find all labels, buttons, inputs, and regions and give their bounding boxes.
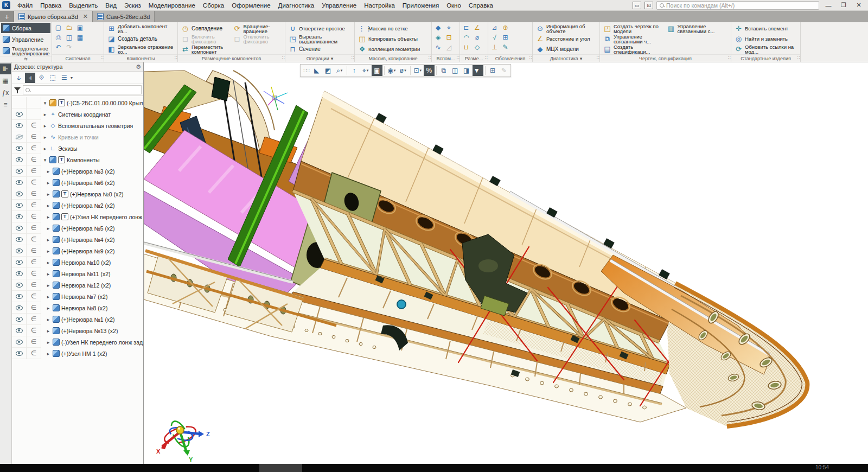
- eye-visible-icon[interactable]: [16, 214, 23, 219]
- main-menu-icon[interactable]: ≡: [0, 99, 11, 110]
- ribbon-button[interactable]: ◆МЦХ модели: [535, 44, 597, 54]
- section-view-icon[interactable]: ⊞: [487, 65, 498, 76]
- eye-visible-icon[interactable]: [16, 305, 23, 310]
- tree-row[interactable]: ∈▾ТКомпоненты: [12, 154, 143, 165]
- expander-icon[interactable]: ▾: [42, 157, 48, 163]
- eye-visible-icon[interactable]: [16, 317, 23, 322]
- ribbon-section-label[interactable]: Системная∷: [52, 54, 104, 62]
- aux-spline-icon[interactable]: ◿: [445, 43, 453, 51]
- note-axis-icon[interactable]: ✎: [501, 43, 509, 51]
- expander-icon[interactable]: ▸: [46, 317, 51, 322]
- document-tab-2[interactable]: Сам-5-26ис.a3d: [93, 11, 155, 22]
- preview-icon[interactable]: ◫: [65, 33, 73, 41]
- ribbon-button[interactable]: ◎Найти и заменить: [733, 34, 798, 44]
- ribbon-section-label[interactable]: Компоненты∷: [104, 54, 177, 62]
- expander-icon[interactable]: ▸: [46, 260, 51, 265]
- eye-visible-icon[interactable]: [16, 328, 23, 333]
- module-1[interactable]: Сборка: [1, 23, 50, 33]
- ribbon-section-label[interactable]: Разме...∷: [460, 54, 488, 62]
- save-all-icon[interactable]: ▦: [76, 33, 84, 41]
- ribbon-section-label[interactable]: Диагностика ▾∷: [533, 54, 599, 62]
- zoom-icon[interactable]: ⌕▾: [334, 65, 345, 76]
- tree-row[interactable]: ∈▸(+)Нервюра №5 (x2): [12, 222, 143, 234]
- dim-linear-icon[interactable]: ⊏: [462, 23, 470, 31]
- ribbon-button[interactable]: ▥Управление связанными с...: [666, 23, 729, 34]
- ribbon-section-label[interactable]: Чертеж, спецификация∷: [600, 54, 731, 62]
- aux-curve-icon[interactable]: ∿: [434, 43, 442, 51]
- ribbon-button[interactable]: ❖Коллекция геометрии: [357, 44, 421, 54]
- dim-chain-icon[interactable]: ◇: [473, 43, 481, 51]
- tree-row[interactable]: ∈▸∟Эскизы: [12, 143, 143, 154]
- aux-axis-icon[interactable]: ⌖: [445, 23, 453, 31]
- minimize-button[interactable]: —: [822, 2, 834, 9]
- screen-mode-icon[interactable]: ⊡: [644, 2, 653, 9]
- expander-icon[interactable]: ▸: [46, 271, 51, 277]
- menu-6[interactable]: Моделирование: [145, 1, 199, 10]
- ribbon-button[interactable]: ⊙Информация об объекте: [535, 23, 597, 34]
- expander-icon[interactable]: ▸: [46, 328, 51, 334]
- menu-2[interactable]: Правка: [36, 1, 65, 10]
- menu-9[interactable]: Диагностика: [275, 1, 318, 10]
- ribbon-button[interactable]: ◫Копировать объекты: [357, 34, 421, 44]
- tree-row[interactable]: ∈▸(+)Нервюра №2 (x2): [12, 200, 143, 211]
- menu-8[interactable]: Оформление: [228, 1, 274, 10]
- filter-funnel-icon[interactable]: [14, 86, 21, 94]
- eye-hidden-icon[interactable]: [16, 135, 23, 139]
- tree-view-1-icon[interactable]: ⫝: [14, 73, 24, 83]
- save-icon[interactable]: ▣: [76, 23, 84, 31]
- menu-1[interactable]: Файл: [14, 1, 36, 10]
- tree-row[interactable]: ∈▸(+)Нервюра №4 (x2): [12, 234, 143, 245]
- scene-settings-icon[interactable]: ◨: [461, 65, 472, 76]
- ribbon-section-label[interactable]: Обозначения∷: [488, 54, 532, 62]
- eye-visible-icon[interactable]: [16, 192, 23, 196]
- tree-row[interactable]: ▸⌖Системы координат: [12, 109, 143, 120]
- ghost-icon[interactable]: ⬚: [48, 73, 58, 83]
- command-search-input[interactable]: Поиск по командам (Alt+/): [656, 1, 819, 10]
- open-folder-icon[interactable]: 🗀: [65, 23, 73, 31]
- menu-3[interactable]: Выделить: [65, 1, 101, 10]
- ribbon-section-label[interactable]: Размещение компонентов∷: [178, 54, 285, 62]
- ribbon-button[interactable]: ✛Вставить элемент: [733, 23, 798, 34]
- expander-icon[interactable]: ▸: [46, 294, 51, 299]
- aux-point-icon[interactable]: ⊡: [445, 33, 453, 41]
- eye-visible-icon[interactable]: [16, 169, 23, 174]
- ribbon-button[interactable]: ⧉Управление связанными ч...: [602, 34, 665, 44]
- eye-visible-icon[interactable]: [16, 271, 23, 276]
- ribbon-button[interactable]: ⊞Добавить компонент из...: [106, 23, 175, 34]
- tree-search-input[interactable]: [23, 85, 142, 94]
- menu-4[interactable]: Вид: [101, 1, 120, 10]
- toolbar-grip[interactable]: ∷∷: [302, 68, 311, 74]
- dim-angle-icon[interactable]: ∠: [473, 23, 481, 31]
- expander-icon[interactable]: ▸: [46, 180, 51, 186]
- tree-row[interactable]: ∈▸Нервюра №10 (x2): [12, 257, 143, 268]
- fx-variables-icon[interactable]: ƒx: [0, 87, 11, 98]
- eye-visible-icon[interactable]: [16, 294, 23, 299]
- ribbon-button[interactable]: ◳Вырезать выдавливанием: [288, 34, 352, 44]
- ribbon-section-label[interactable]: Операции ▾∷: [285, 54, 354, 62]
- relations-icon[interactable]: ⟐: [36, 73, 47, 83]
- expander-icon[interactable]: ▸: [46, 203, 51, 208]
- taskbar-app-segment[interactable]: [259, 464, 302, 472]
- note-tolerance-icon[interactable]: ⊞: [501, 33, 509, 41]
- menu-12[interactable]: Приложения: [399, 1, 443, 10]
- aux-surface-icon[interactable]: ◈: [434, 33, 442, 41]
- ribbon-button[interactable]: ∠Расстояние и угол: [535, 34, 597, 44]
- tree-row[interactable]: ∈▸∿Кривые и точки: [12, 131, 143, 143]
- ribbon-section-label[interactable]: Стандартные изделия∷: [731, 54, 800, 62]
- expander-icon[interactable]: ▸: [46, 283, 51, 288]
- ribbon-button[interactable]: ⟳Вращение-вращение: [232, 23, 283, 34]
- ribbon-button[interactable]: ⋮⋮Массив по сетке: [357, 23, 421, 34]
- expander-icon[interactable]: ▸: [42, 123, 48, 129]
- tree-row[interactable]: ∈▸(+)Нервюра №6 (x2): [12, 177, 143, 188]
- tree-row[interactable]: ▾Т(-)С5-2БС.01.00.00.000 Крыло сбор: [12, 97, 143, 109]
- note-mark-icon[interactable]: ⊥: [490, 43, 499, 51]
- tree-row[interactable]: ∈▸Нервюра №7 (x2): [12, 291, 143, 302]
- ribbon-button[interactable]: ▤Создать спецификаци...: [602, 44, 665, 54]
- tree-row[interactable]: ∈▸Нервюра №12 (x2): [12, 279, 143, 291]
- module-2[interactable]: Управление: [1, 34, 50, 44]
- orientation-triad[interactable]: X Y Z: [156, 418, 210, 463]
- modules-collapse-button[interactable]: ≋: [0, 56, 52, 62]
- expander-icon[interactable]: ▸: [46, 192, 51, 197]
- menu-14[interactable]: Справка: [465, 1, 497, 10]
- eye-visible-icon[interactable]: [16, 203, 23, 208]
